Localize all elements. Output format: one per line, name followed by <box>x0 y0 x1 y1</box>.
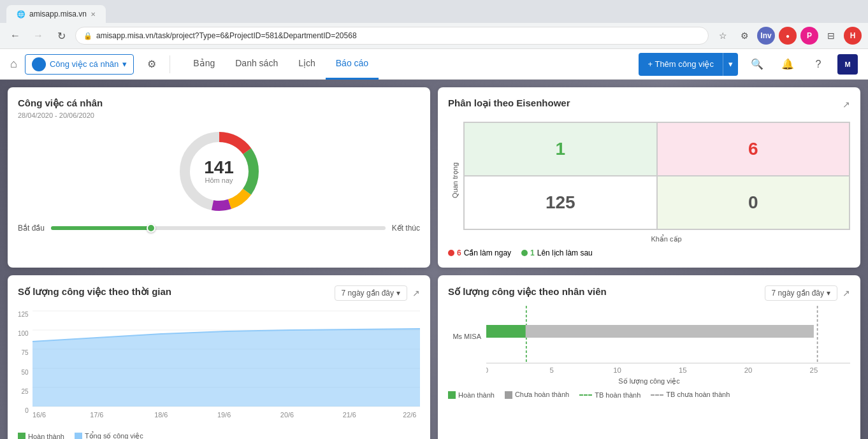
profile-icon-inv[interactable]: Inv <box>757 27 775 45</box>
legend-label-hoan-thanh: Hoàn thành <box>28 433 64 440</box>
bookmark-star-icon[interactable]: ☆ <box>714 27 732 45</box>
employee-chart-export[interactable]: ↗ <box>843 288 850 298</box>
svg-text:20: 20 <box>744 367 753 374</box>
cast-icon[interactable]: ⊟ <box>822 27 840 45</box>
settings-button[interactable]: ⚙ <box>141 54 162 75</box>
eisenhower-header: Phân loại theo Eisenhower ↗ <box>448 97 850 112</box>
card-personal: Công việc cá nhân 28/04/2020 - 20/06/202… <box>8 87 430 268</box>
donut-number: 141 <box>204 159 234 176</box>
legend-emp-tb-hoan-thanh: TB hoàn thành <box>579 391 640 399</box>
address-bar[interactable]: 🔒 amisapp.misa.vn/task/project?Type=6&Pr… <box>75 27 709 45</box>
time-chart-export[interactable]: ↗ <box>412 288 420 298</box>
legend-label-green: Lên lịch làm sau <box>537 248 593 257</box>
tab-bar: 🌐 amisapp.misa.vn ✕ <box>0 0 868 23</box>
card-employee-chart: Số lượng công việc theo nhân viên 7 ngày… <box>438 275 860 439</box>
donut-label: Hôm nay <box>204 176 234 184</box>
legend-dot-green <box>521 250 528 256</box>
help-button[interactable]: ? <box>807 53 830 76</box>
eisenhower-wrapper: Quan trọng 1 6 125 0 Khẩn cấp <box>448 117 850 243</box>
nav-danh-sach[interactable]: Danh sách <box>225 49 288 80</box>
legend-dash-green <box>579 394 592 396</box>
browser-settings-icon[interactable]: ⚙ <box>735 27 753 45</box>
eisen-value-bl: 125 <box>546 192 575 213</box>
svg-text:15: 15 <box>679 367 687 374</box>
browser-tab[interactable]: 🌐 amisapp.misa.vn ✕ <box>6 5 106 23</box>
legend-color-green <box>18 433 25 440</box>
employee-dropdown-label: 7 ngày gần đây <box>772 289 824 298</box>
bell-button[interactable]: 🔔 <box>776 53 799 76</box>
reload-button[interactable]: ↻ <box>52 27 70 45</box>
divider <box>170 55 170 73</box>
legend-emp-gray <box>505 391 512 399</box>
time-chart-svg: 16/6 17/6 18/6 19/6 20/6 21/6 22/6 <box>33 306 420 427</box>
legend-label-tong-so: Tổng số công việc <box>85 432 143 439</box>
card-personal-title: Công việc cá nhân <box>18 97 420 109</box>
eisenhower-title: Phân loại theo Eisenhower <box>448 97 570 109</box>
user-menu-chevron: ▾ <box>122 59 127 69</box>
eisenhower-grid: 1 6 125 0 <box>463 122 850 230</box>
profile-icon-pink[interactable]: P <box>800 27 818 45</box>
employee-dropdown-chevron: ▾ <box>827 289 830 298</box>
progress-handle[interactable] <box>147 224 156 233</box>
add-task-label: + Thêm công việc <box>647 59 714 69</box>
eisen-value-tr: 6 <box>748 139 758 159</box>
employee-chart-plot: 0 5 10 15 20 25 <box>486 306 850 382</box>
tab-title: amisapp.misa.vn <box>29 10 87 18</box>
progress-fill <box>51 226 151 230</box>
svg-text:25: 25 <box>810 367 818 374</box>
add-task-dropdown[interactable]: ▾ <box>723 53 738 76</box>
svg-text:17/6: 17/6 <box>90 412 103 419</box>
home-button[interactable]: ⌂ <box>10 57 17 71</box>
dropdown-chevron: ▾ <box>396 289 400 298</box>
legend-len-lich: 1 Lên lịch làm sau <box>521 248 593 257</box>
legend-count-red: 6 <box>457 248 461 257</box>
employee-chart-dropdown[interactable]: 7 ngày gần đây ▾ <box>765 285 837 301</box>
donut-center: 141 Hôm nay <box>204 159 234 184</box>
time-chart-dropdown-label: 7 ngày gần đây <box>342 289 394 298</box>
nav-bang[interactable]: Bảng <box>183 49 225 80</box>
profile-icon-red[interactable]: ● <box>779 27 797 45</box>
eisen-cell-tl: 1 <box>464 122 657 176</box>
lock-icon: 🔒 <box>83 32 92 40</box>
employee-svg: 0 5 10 15 20 25 <box>486 306 850 382</box>
svg-text:21/6: 21/6 <box>342 412 356 419</box>
nav-bar: ← → ↻ 🔒 amisapp.misa.vn/task/project?Typ… <box>0 23 868 48</box>
eisenhower-inner: Quan trọng 1 6 125 0 Khẩn cấp <box>463 117 850 243</box>
time-chart-dropdown[interactable]: 7 ngày gần đây ▾ <box>335 285 407 301</box>
legend-emp-green <box>448 391 456 399</box>
y-axis-label: Quan trọng <box>451 162 459 198</box>
back-button[interactable]: ← <box>6 27 24 45</box>
progress-bar[interactable] <box>51 226 386 230</box>
app-logo-button[interactable]: M <box>837 54 858 75</box>
browser-chrome: 🌐 amisapp.misa.vn ✕ ← → ↻ 🔒 amisapp.misa… <box>0 0 868 49</box>
legend-emp-tb-hoan-thanh-label: TB hoàn thành <box>595 391 640 399</box>
progress-row: Bắt đầu Kết thúc <box>18 224 420 233</box>
add-task-button[interactable]: + Thêm công việc ▾ <box>639 53 738 76</box>
card-time-chart: Số lượng công việc theo thời gian 7 ngày… <box>8 275 430 439</box>
eisenhower-legend: 6 Cần làm ngay 1 Lên lịch làm sau <box>448 248 850 257</box>
forward-button[interactable]: → <box>29 27 47 45</box>
nav-bao-cao[interactable]: Báo cáo <box>326 49 379 80</box>
legend-can-lam-ngay: 6 Cần làm ngay <box>448 248 511 257</box>
employee-chart-controls: 7 ngày gần đây ▾ ↗ <box>765 285 850 301</box>
eisenhower-export-icon[interactable]: ↗ <box>843 99 850 110</box>
eisen-cell-tr: 6 <box>657 122 850 176</box>
time-chart-header: Số lượng công việc theo thời gian 7 ngày… <box>18 285 420 301</box>
donut-container: 141 Hôm nay <box>18 127 420 216</box>
user-menu-label: Công việc cá nhân <box>50 59 119 69</box>
employee-y-labels: Ms MISA <box>448 306 486 382</box>
profile-icon-h[interactable]: H <box>844 27 862 45</box>
nav-lich[interactable]: Lịch <box>288 49 326 80</box>
time-chart-title: Số lượng công việc theo thời gian <box>18 286 171 298</box>
card-personal-dates: 28/04/2020 - 20/06/2020 <box>18 112 420 119</box>
start-label: Bắt đầu <box>18 224 45 233</box>
eisen-cell-bl: 125 <box>464 176 657 229</box>
legend-dash-gray <box>651 394 663 396</box>
add-task-main[interactable]: + Thêm công việc <box>639 53 723 76</box>
search-button[interactable]: 🔍 <box>746 53 769 76</box>
employee-chart-area: Ms MISA 0 5 10 15 <box>448 306 850 382</box>
tab-close-btn[interactable]: ✕ <box>90 11 96 18</box>
user-menu-button[interactable]: 👤 Công việc cá nhân ▾ <box>25 54 134 75</box>
svg-text:5: 5 <box>550 367 554 374</box>
legend-emp-hoan-thanh-label: Hoàn thành <box>458 391 495 399</box>
